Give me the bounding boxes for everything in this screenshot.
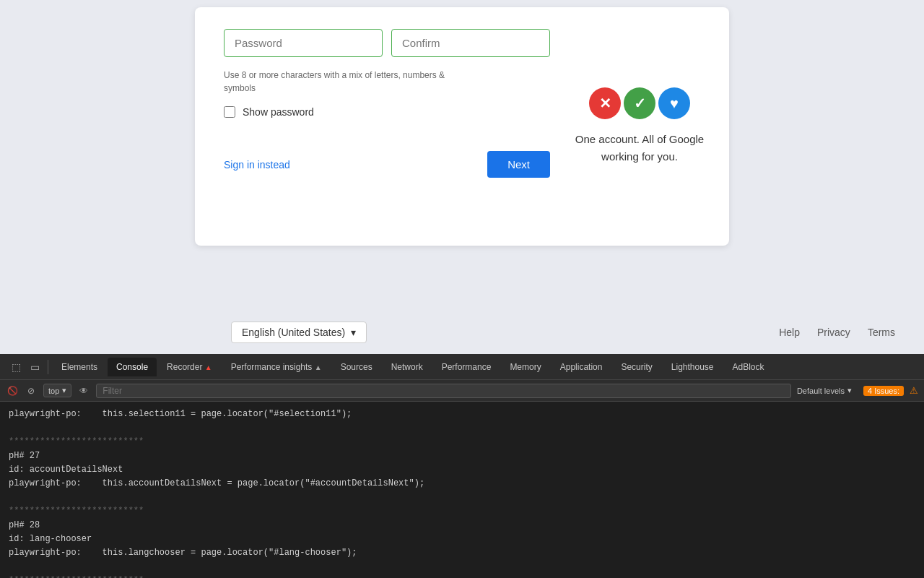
- default-levels-chevron-icon: ▾: [847, 386, 852, 395]
- eye-icon[interactable]: 👁: [77, 384, 90, 397]
- password-input[interactable]: [224, 29, 383, 57]
- console-line-8: playwright-po: this.langchooser = page.l…: [9, 546, 915, 560]
- top-dropdown-icon: ▾: [62, 386, 66, 395]
- console-line-2: pH# 27: [9, 449, 915, 463]
- console-separator-2: **************************: [9, 504, 915, 518]
- console-line-6: pH# 28: [9, 519, 915, 532]
- console-toolbar: 🚫 ⊘ top ▾ 👁 Default levels ▾ 4 Issues: ⚠: [0, 380, 924, 402]
- tab-application[interactable]: Application: [552, 358, 611, 376]
- tab-recorder[interactable]: Recorder ▲: [158, 358, 221, 376]
- default-levels-label: Default levels: [797, 387, 845, 395]
- console-output[interactable]: playwright-po: this.selection11 = page.l…: [0, 402, 924, 578]
- default-levels-selector[interactable]: Default levels ▾: [797, 386, 852, 395]
- logo-green-icon: ✓: [624, 87, 655, 119]
- footer-links: Help Privacy Terms: [779, 327, 895, 338]
- tab-elements[interactable]: Elements: [53, 358, 106, 376]
- google-logo-area: ✕ ✓ ♥: [589, 87, 690, 119]
- tab-console[interactable]: Console: [108, 358, 157, 376]
- clear-console-icon[interactable]: 🚫: [6, 384, 19, 397]
- next-button[interactable]: Next: [487, 151, 550, 178]
- account-card: Use 8 or more characters with a mix of l…: [195, 7, 729, 246]
- privacy-link[interactable]: Privacy: [817, 327, 850, 338]
- confirm-input[interactable]: [391, 29, 550, 57]
- recorder-triangle-icon: ▲: [205, 363, 212, 371]
- console-line-9: [9, 560, 915, 574]
- show-password-row: Show password: [224, 106, 550, 118]
- console-line-0: playwright-po: this.selection11 = page.l…: [9, 407, 915, 421]
- sign-in-link[interactable]: Sign in instead: [224, 159, 290, 171]
- show-password-label: Show password: [243, 106, 314, 118]
- console-line-1: [9, 421, 915, 435]
- tab-sources[interactable]: Sources: [332, 358, 381, 376]
- tab-performance[interactable]: Performance: [433, 358, 500, 376]
- issues-badge[interactable]: 4 Issues:: [863, 386, 904, 396]
- console-line-3: id: accountDetailsNext: [9, 463, 915, 477]
- tab-network[interactable]: Network: [383, 358, 432, 376]
- card-right: ✕ ✓ ♥ One account. All of Google working…: [572, 29, 707, 224]
- terms-link[interactable]: Terms: [868, 327, 895, 338]
- main-page-area: Use 8 or more characters with a mix of l…: [0, 0, 924, 311]
- password-hint: Use 8 or more characters with a mix of l…: [224, 69, 455, 95]
- devtools-sidebar-icons: ⬚ ▭: [3, 360, 48, 374]
- google-tagline: One account. All of Google working for y…: [572, 131, 707, 165]
- help-link[interactable]: Help: [779, 327, 800, 338]
- tab-lighthouse[interactable]: Lighthouse: [663, 358, 723, 376]
- issues-warning-icon: ⚠: [910, 385, 918, 396]
- console-line-4: playwright-po: this.accountDetailsNext =…: [9, 477, 915, 491]
- perf-insights-triangle-icon: ▲: [315, 363, 322, 371]
- lang-selector[interactable]: English (United States) ▾: [231, 322, 367, 343]
- console-line-7: id: lang-chooser: [9, 532, 915, 546]
- devtools-tabs: ⬚ ▭ Elements Console Recorder ▲ Performa…: [0, 354, 924, 380]
- password-row: [224, 29, 550, 57]
- lang-label: English (United States): [242, 327, 345, 338]
- console-separator-3: **************************: [9, 574, 915, 578]
- devtools-panel: ⬚ ▭ Elements Console Recorder ▲ Performa…: [0, 354, 924, 578]
- top-frame-selector[interactable]: top ▾: [43, 384, 71, 397]
- card-left: Use 8 or more characters with a mix of l…: [224, 29, 550, 224]
- top-label: top: [48, 387, 59, 395]
- console-separator-1: **************************: [9, 435, 915, 449]
- page-footer: English (United States) ▾ Help Privacy T…: [0, 311, 924, 354]
- show-password-checkbox[interactable]: [224, 106, 235, 118]
- filter-input[interactable]: [96, 384, 791, 398]
- devtools-device-icon[interactable]: ▭: [27, 360, 42, 374]
- console-line-5: [9, 491, 915, 504]
- logo-red-icon: ✕: [589, 87, 621, 119]
- console-filter-icon[interactable]: ⊘: [25, 384, 38, 397]
- lang-chevron-icon: ▾: [351, 327, 356, 338]
- tab-performance-insights[interactable]: Performance insights ▲: [222, 358, 331, 376]
- tab-memory[interactable]: Memory: [501, 358, 549, 376]
- devtools-inspect-icon[interactable]: ⬚: [9, 360, 23, 374]
- tab-security[interactable]: Security: [612, 358, 661, 376]
- card-actions: Sign in instead Next: [224, 151, 550, 178]
- logo-blue-icon: ♥: [658, 87, 690, 119]
- tab-adblock[interactable]: AdBlock: [724, 358, 773, 376]
